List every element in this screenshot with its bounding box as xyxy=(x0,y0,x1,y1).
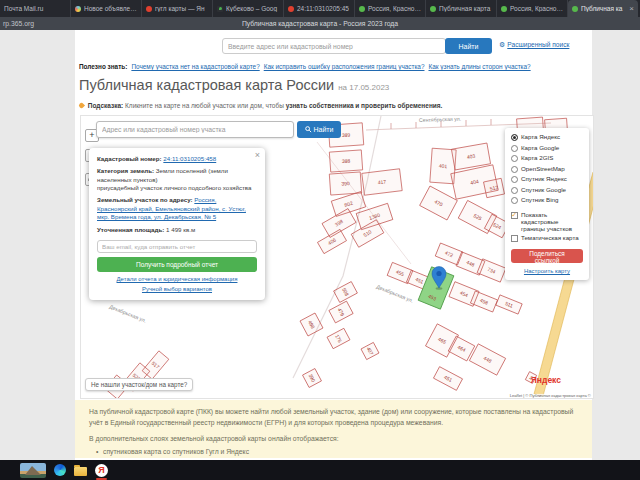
tab-label: Почта Mail.ru xyxy=(4,5,66,12)
browser-tab-bar: Почта Mail.ruНовое объявленигугл карты —… xyxy=(0,0,640,17)
info-paragraph: На публичной кадастровой карте (ПКК) вы … xyxy=(89,407,578,428)
tab-label: 24:11:0310205:45 xyxy=(297,5,350,12)
browser-tab[interactable]: Россия, Краснояр xyxy=(355,0,426,17)
taskbar: Я xyxy=(0,460,640,480)
not-found-button[interactable]: Не нашли участок/дом на карте? xyxy=(85,378,193,391)
tab-favicon-icon xyxy=(572,6,578,12)
browser-tab[interactable]: Публичная ка× xyxy=(568,0,638,17)
layer-radio-option[interactable]: Карта Яндекс xyxy=(511,133,583,141)
tab-close-icon[interactable]: × xyxy=(629,4,634,13)
layer-label: Показать кадастровые границы участков xyxy=(521,211,583,232)
radio-icon xyxy=(511,134,518,141)
browser-tab[interactable]: 24:11:0310205:45 xyxy=(284,0,355,17)
map-parcel[interactable]: 390 xyxy=(329,172,361,195)
browser-title-bar: rp.365.org Публичная кадастровая карта -… xyxy=(0,17,640,30)
radio-icon xyxy=(511,176,518,183)
info-paragraph: В дополнительных слоях земельной кадастр… xyxy=(89,434,578,445)
map-layers-panel: Карта ЯндексКарта GoogleКарта 2GISOpenSt… xyxy=(505,128,589,280)
layer-radio-option[interactable]: Спутник Яндекс xyxy=(511,175,583,183)
info-bullet: спутниковая карта со спутников Гугл и Ян… xyxy=(89,447,578,458)
tab-favicon-icon xyxy=(501,6,507,12)
map-search-button[interactable]: Найти xyxy=(297,121,341,138)
map-parcel[interactable]: 512 xyxy=(484,178,505,197)
browser-tab[interactable]: Кубеково – Goog xyxy=(213,0,284,17)
wallpaper-thumbnail-icon[interactable] xyxy=(20,463,46,478)
share-link-button[interactable]: Поделиться ссылкой xyxy=(511,249,583,263)
tab-label: Россия, Краснояр xyxy=(510,5,563,12)
layer-label: Карта Яндекс xyxy=(521,133,560,140)
parcel-number: 388 xyxy=(342,158,351,165)
browser-tab[interactable]: гугл карты — Ян xyxy=(142,0,213,17)
layer-radio-option[interactable]: OpenStreetMap xyxy=(511,165,583,173)
radio-icon xyxy=(511,197,518,204)
page-background: Найти ⚙Расширенный поиск Полезно знать:П… xyxy=(0,30,640,460)
screen: Почта Mail.ruНовое объявленигугл карты —… xyxy=(0,0,640,480)
tab-label: Публичная ка xyxy=(581,5,626,12)
advanced-search-icon: ⚙ xyxy=(499,41,505,49)
radio-icon xyxy=(511,187,518,194)
parcel-number: 417 xyxy=(377,178,386,185)
tab-label: Россия, Краснояр xyxy=(368,5,421,12)
layer-checkbox-option[interactable]: Тематическая карта xyxy=(511,234,583,242)
tab-favicon-icon xyxy=(75,6,81,12)
parcel-info-popup: × Кадастровый номер: 24:11:0310205:458 К… xyxy=(89,148,265,300)
radio-icon xyxy=(511,145,518,152)
manual-options-link[interactable]: Ручной выбор вариантов xyxy=(97,286,257,292)
map-parcel[interactable]: 417 xyxy=(362,169,402,195)
cadastral-number-link[interactable]: 24:11:0310205:458 xyxy=(163,155,216,162)
page-title: Публичная кадастровая карта России на 17… xyxy=(79,77,389,93)
tab-favicon-icon xyxy=(288,6,294,12)
layer-checkbox-option[interactable]: Показать кадастровые границы участков xyxy=(511,211,583,232)
configure-map-link[interactable]: Настроить карту xyxy=(511,268,583,274)
map-parcel[interactable]: 388 xyxy=(329,150,362,172)
file-explorer-icon[interactable] xyxy=(74,467,87,476)
useful-to-know-row: Полезно знать:Почему участка нет на када… xyxy=(79,63,531,70)
main-search-button[interactable]: Найти xyxy=(445,38,492,54)
useful-link[interactable]: Почему участка нет на кадастровой карте? xyxy=(131,63,259,70)
tab-favicon-icon xyxy=(146,6,152,12)
checkbox-icon xyxy=(511,235,518,242)
browser-tab[interactable]: Новое объявлени xyxy=(71,0,142,17)
hint-line: Подсказка: Кликните на карте на любой уч… xyxy=(79,102,442,109)
parcel-number: 389 xyxy=(342,132,351,139)
window-title: Публичная кадастровая карта - Россия 202… xyxy=(0,17,640,30)
tab-favicon-icon xyxy=(359,6,365,12)
layer-radio-option[interactable]: Карта 2GIS xyxy=(511,154,583,162)
layer-radio-option[interactable]: Спутник Google xyxy=(511,186,583,194)
edge-browser-icon[interactable] xyxy=(54,464,66,476)
search-icon xyxy=(305,126,312,133)
tab-label: гугл карты — Ян xyxy=(155,5,208,12)
map-search-input[interactable] xyxy=(96,121,294,138)
get-report-button[interactable]: Получить подробный отчет xyxy=(97,257,257,272)
yandex-browser-icon[interactable]: Я xyxy=(95,464,108,477)
parcel-number: 401 xyxy=(439,163,448,170)
report-details-link[interactable]: Детали отчета и юридическая информация xyxy=(97,276,257,282)
tab-label: Публичная карта xyxy=(439,5,492,12)
map[interactable]: 3893883904178021380398510406401403404512… xyxy=(80,115,594,399)
layer-radio-option[interactable]: Карта Google xyxy=(511,144,583,152)
useful-link[interactable]: Как исправить ошибку расположения границ… xyxy=(264,63,425,70)
parcel-area-value: 1 499 кв.м xyxy=(166,226,195,233)
map-search-bar: Найти xyxy=(96,121,341,138)
main-search-input[interactable] xyxy=(222,38,446,54)
radio-icon xyxy=(511,155,518,162)
email-field[interactable] xyxy=(97,240,257,253)
advanced-search-link[interactable]: ⚙Расширенный поиск xyxy=(499,41,569,49)
tab-label: Новое объявлени xyxy=(84,5,137,12)
parcel-number: 390 xyxy=(341,180,350,187)
layer-label: Карта Google xyxy=(521,144,559,151)
layer-radio-option[interactable]: Спутник Bing xyxy=(511,196,583,204)
browser-tab[interactable]: Публичная карта xyxy=(426,0,497,17)
page-title-date: на 17.05.2023 xyxy=(338,83,389,92)
close-icon[interactable]: × xyxy=(255,150,260,160)
useful-link[interactable]: Как узнать длины сторон участка? xyxy=(428,63,530,70)
tab-label: Кубеково – Goog xyxy=(226,5,279,12)
layer-label: Спутник Яндекс xyxy=(521,175,567,182)
layer-label: Карта 2GIS xyxy=(521,154,553,161)
yandex-browser-taskbar-item[interactable]: Я xyxy=(95,464,108,477)
yandex-logo[interactable]: Яндекс xyxy=(531,375,561,385)
browser-tab[interactable]: Россия, Краснояр xyxy=(497,0,568,17)
layer-label: Спутник Bing xyxy=(521,196,558,203)
browser-tab[interactable]: Почта Mail.ru xyxy=(0,0,71,17)
map-attribution: Leaflet | © Публичная кадастровая карта … xyxy=(508,394,592,398)
